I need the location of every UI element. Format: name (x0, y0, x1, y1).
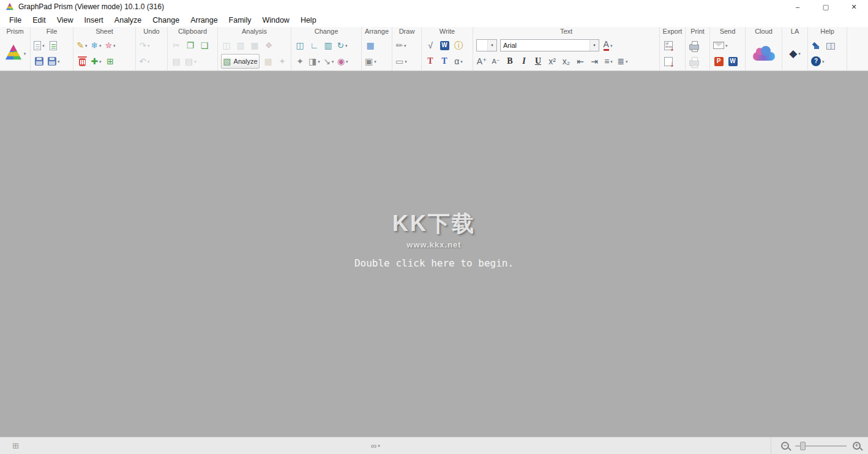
analysis-wizard-button[interactable]: ✦ (277, 54, 288, 69)
arrange-layout-button[interactable]: ▦ (365, 38, 376, 53)
color-scheme-button[interactable]: ◉▾ (337, 54, 348, 69)
paste-button[interactable]: ▤ (171, 54, 182, 69)
rename-sheet-caret-icon[interactable]: ▾ (85, 44, 88, 48)
superscript-button[interactable]: x² (547, 54, 558, 69)
prism-cloud-button[interactable] (753, 46, 775, 61)
paste-special-button[interactable]: ▤▾ (185, 54, 196, 69)
draw-shape-button[interactable]: ▭▾ (395, 54, 407, 69)
new-sheet-caret-icon[interactable]: ▾ (99, 59, 102, 64)
send-powerpoint-button[interactable]: P (713, 54, 724, 69)
analysis-star-button[interactable]: ❖ (263, 38, 274, 53)
line-spacing-button[interactable]: ≣▾ (617, 54, 628, 69)
menu-insert[interactable]: Insert (79, 15, 109, 26)
zoom-slider-thumb[interactable] (800, 442, 806, 450)
arrange-objects-button[interactable]: ▣▾ (365, 54, 376, 69)
close-button[interactable]: ✕ (840, 0, 868, 13)
align-caret-icon[interactable]: ▾ (610, 59, 613, 64)
duplicate-sheet-button[interactable]: ⊞ (105, 54, 116, 69)
font-size-select[interactable]: ▾ (476, 39, 497, 51)
increase-font-button[interactable]: A⁺ (476, 54, 487, 69)
save-as-caret-icon[interactable]: ▾ (58, 59, 60, 64)
change-color-caret-icon[interactable]: ▾ (318, 59, 320, 64)
family-links-button[interactable]: ∞ ▾ (371, 441, 380, 450)
menu-change[interactable]: Change (147, 15, 185, 26)
analysis-table-button[interactable]: ▦ (249, 38, 260, 53)
menu-edit[interactable]: Edit (27, 15, 51, 26)
italic-button[interactable]: I (518, 54, 529, 69)
prism-menu-button[interactable]: ▾ (4, 46, 26, 61)
analysis-graph-button[interactable]: ◫ (221, 38, 232, 53)
minimize-button[interactable]: – (784, 0, 812, 13)
change-graph-button[interactable]: ▥ (323, 38, 334, 53)
word-notes-button[interactable]: W (439, 38, 450, 53)
export-image-button[interactable]: tiff bmp (663, 38, 674, 53)
redo-button[interactable]: ↷▾ (139, 38, 150, 53)
undo-button[interactable]: ↶▾ (139, 54, 150, 69)
zoom-slider[interactable] (795, 441, 847, 451)
new-file-caret-icon[interactable]: ▾ (42, 44, 45, 48)
guides-button[interactable] (825, 38, 836, 53)
font-family-select-caret-icon[interactable]: ▾ (589, 40, 599, 51)
change-color-button[interactable]: ◨▾ (309, 54, 320, 69)
pin-sheet-caret-icon[interactable]: ▾ (113, 44, 116, 48)
zoom-in-button[interactable]: + (853, 442, 861, 450)
font-color-caret-icon[interactable]: ▾ (610, 44, 613, 48)
rotate-button[interactable]: ↻▾ (337, 38, 348, 53)
rename-sheet-button[interactable]: ✎▾ (77, 38, 88, 53)
analysis-results-button[interactable]: ▦ (263, 54, 274, 69)
freeze-sheet-caret-icon[interactable]: ▾ (99, 44, 102, 48)
maximize-button[interactable]: ▢ (812, 0, 840, 13)
underline-button[interactable]: U (533, 54, 544, 69)
redo-caret-icon[interactable]: ▾ (148, 44, 150, 48)
menu-family[interactable]: Family (223, 15, 257, 26)
font-color-button[interactable]: A▾ (602, 38, 613, 53)
text-tool-blue-button[interactable]: T (439, 54, 450, 69)
labarchives-button[interactable]: ◆▾ (789, 46, 801, 61)
draw-tools-button[interactable]: ✏▾ (395, 38, 406, 53)
print-options-button[interactable] (689, 54, 700, 69)
resize-button[interactable]: ↘▾ (323, 54, 334, 69)
prism-academy-button[interactable] (811, 38, 822, 53)
menu-window[interactable]: Window (256, 15, 294, 26)
email-caret-icon[interactable]: ▾ (725, 44, 728, 48)
font-size-select-caret-icon[interactable]: ▾ (487, 40, 496, 51)
analyze-button[interactable]: ▧Analyze (221, 54, 260, 69)
line-spacing-caret-icon[interactable]: ▾ (626, 59, 628, 64)
draw-tools-caret-icon[interactable]: ▾ (404, 44, 406, 48)
print-button[interactable] (689, 38, 700, 53)
copy-special-button[interactable]: ❑ (199, 38, 210, 53)
pin-sheet-button[interactable]: ✮▾ (105, 38, 116, 53)
format-wand-button[interactable]: ✦ (294, 54, 305, 69)
open-file-button[interactable] (48, 38, 59, 53)
send-word-button[interactable]: W (727, 54, 738, 69)
font-family-select[interactable]: Arial▾ (500, 39, 599, 51)
copy-button[interactable]: ❐ (185, 38, 196, 53)
menu-file[interactable]: File (4, 15, 27, 26)
arrange-objects-caret-icon[interactable]: ▾ (374, 59, 376, 64)
bold-button[interactable]: B (504, 54, 515, 69)
cut-button[interactable]: ✂ (171, 38, 182, 53)
menu-view[interactable]: View (51, 15, 79, 26)
analysis-column-button[interactable]: ▥ (235, 38, 246, 53)
email-button[interactable]: ▾ (713, 38, 728, 53)
rotate-caret-icon[interactable]: ▾ (345, 44, 348, 48)
rotate-text-right-button[interactable]: ⇥ (589, 54, 600, 69)
subscript-button[interactable]: x₂ (561, 54, 572, 69)
menu-arrange[interactable]: Arrange (185, 15, 223, 26)
labarchives-caret-icon[interactable]: ▾ (798, 51, 801, 56)
new-sheet-button[interactable]: ✚▾ (91, 54, 102, 69)
canvas[interactable]: KK下载 www.kkx.net Double click here to be… (0, 71, 868, 437)
greek-letter-caret-icon[interactable]: ▾ (460, 59, 463, 64)
help-caret-icon[interactable]: ▾ (822, 59, 825, 64)
greek-letter-button[interactable]: α▾ (453, 54, 464, 69)
new-file-button[interactable]: ▾ (34, 38, 45, 53)
paste-special-caret-icon[interactable]: ▾ (194, 59, 196, 64)
align-button[interactable]: ≡▾ (603, 54, 614, 69)
equation-button[interactable]: √ (425, 38, 436, 53)
decrease-font-button[interactable]: A⁻ (490, 54, 501, 69)
menu-analyze[interactable]: Analyze (109, 15, 147, 26)
change-type-button[interactable]: ◫ (294, 38, 305, 53)
color-scheme-caret-icon[interactable]: ▾ (346, 59, 348, 64)
freeze-sheet-button[interactable]: ❄▾ (91, 38, 102, 53)
draw-shape-caret-icon[interactable]: ▾ (405, 59, 407, 64)
